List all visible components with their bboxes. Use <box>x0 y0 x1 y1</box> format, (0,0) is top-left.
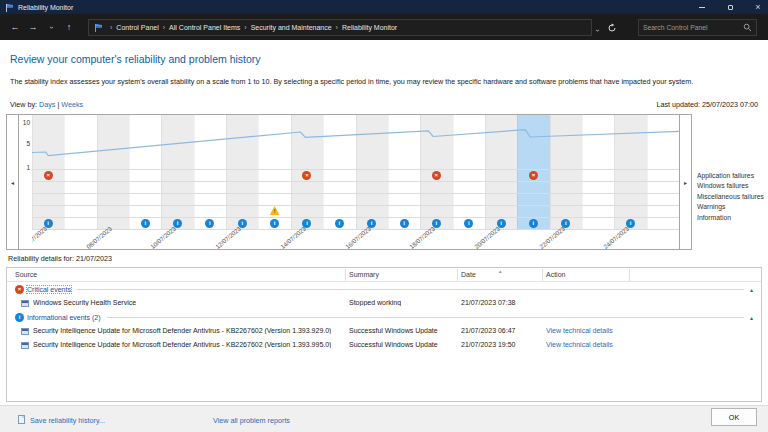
event-source: Security Intelligence Update for Microso… <box>33 341 331 348</box>
information-event-icon[interactable]: i <box>400 219 409 228</box>
critical-event-icon[interactable]: × <box>529 171 538 180</box>
event-summary: Stopped working <box>349 299 401 306</box>
restore-button[interactable] <box>716 0 744 14</box>
chart-gridline <box>32 229 679 230</box>
column-header-action[interactable]: Action <box>546 271 565 278</box>
save-history-icon <box>18 415 25 424</box>
column-header-summary[interactable]: Summary <box>349 271 379 278</box>
footer-bar: Save reliability history... View all pro… <box>0 405 768 432</box>
event-row[interactable]: Security Intelligence Update for Microso… <box>7 338 761 352</box>
application-window-icon <box>21 328 29 335</box>
recent-locations-button[interactable]: › <box>42 22 60 32</box>
chart-gridline <box>32 193 679 194</box>
up-button[interactable]: ↑ <box>60 22 78 32</box>
legend-row-label: Information <box>697 213 764 223</box>
information-event-icon[interactable]: i <box>270 219 279 228</box>
chart-gridline <box>32 205 679 206</box>
chart-scroll-left-button[interactable]: ◂ <box>7 115 19 249</box>
event-group-row[interactable]: iInformational events (2)▴ <box>7 310 761 324</box>
critical-event-icon[interactable]: × <box>432 171 441 180</box>
event-date: 21/07/2023 19:50 <box>461 341 516 348</box>
refresh-button[interactable] <box>607 23 617 33</box>
details-table-header: SourceSummaryDateAction▴ <box>7 268 761 282</box>
information-event-icon[interactable]: i <box>529 219 538 228</box>
y-axis-tick-label: 10 <box>23 119 30 126</box>
event-source: Security Intelligence Update for Microso… <box>33 327 331 334</box>
event-group-label: Informational events (2) <box>27 314 101 321</box>
column-header-source[interactable]: Source <box>15 271 37 278</box>
page-title: Review your computer's reliability and p… <box>10 53 261 65</box>
information-event-icon[interactable]: i <box>464 219 473 228</box>
y-axis-tick-label: 5 <box>26 140 30 147</box>
title-bar: Reliability Monitor × <box>0 0 768 14</box>
address-flag-icon <box>94 23 103 32</box>
critical-group-icon: × <box>15 285 24 294</box>
minimize-button[interactable] <box>688 0 716 14</box>
information-event-icon[interactable]: i <box>335 219 344 228</box>
breadcrumb[interactable]: › Control Panel›All Control Panel Items›… <box>88 19 592 36</box>
chart-gridline <box>32 181 679 182</box>
critical-event-icon[interactable]: × <box>44 171 53 180</box>
legend-row-label: Miscellaneous failures <box>697 192 764 202</box>
ok-button[interactable]: OK <box>711 408 757 426</box>
view-technical-details-link[interactable]: View technical details <box>546 341 613 348</box>
event-group-row[interactable]: ×Critical events▴ <box>7 282 761 296</box>
legend-row-label: Windows failures <box>697 181 764 191</box>
back-button[interactable]: ← <box>6 22 24 32</box>
critical-event-icon[interactable]: × <box>302 171 311 180</box>
legend-row-label: Application failures <box>697 171 764 181</box>
navigation-bar: ← → › ↑ › Control Panel›All Control Pane… <box>0 14 768 40</box>
breadcrumb-item[interactable]: Reliability Monitor <box>342 24 397 31</box>
event-date: 21/07/2023 06:47 <box>461 327 516 334</box>
application-window-icon <box>21 342 29 349</box>
breadcrumb-item[interactable]: All Control Panel Items <box>169 24 240 31</box>
app-flag-icon <box>5 3 14 12</box>
info-group-icon: i <box>15 313 24 322</box>
information-event-icon[interactable]: i <box>141 219 150 228</box>
warning-event-icon[interactable]: ! <box>270 206 280 215</box>
close-button[interactable]: × <box>744 0 768 14</box>
information-event-icon[interactable]: i <box>205 219 214 228</box>
stability-index-line <box>32 115 679 169</box>
sort-ascending-icon: ▴ <box>499 268 502 274</box>
breadcrumb-separator-icon: › <box>244 24 246 31</box>
chart-scroll-right-button[interactable]: ▸ <box>679 115 691 249</box>
group-leader-line <box>77 289 744 290</box>
event-summary: Successful Windows Update <box>349 341 438 348</box>
search-icon[interactable] <box>743 23 752 32</box>
chart-y-axis: 1051 <box>19 115 32 169</box>
search-box[interactable] <box>638 19 757 36</box>
view-by-label: View by: <box>10 100 37 109</box>
view-technical-details-link[interactable]: View technical details <box>546 327 613 334</box>
event-source: Windows Security Health Service <box>33 299 136 306</box>
event-date: 21/07/2023 07:38 <box>461 299 516 306</box>
y-axis-tick-label: 1 <box>26 164 30 171</box>
breadcrumb-item[interactable]: Control Panel <box>116 24 158 31</box>
event-row[interactable]: Security Intelligence Update for Microso… <box>7 324 761 338</box>
application-window-icon <box>21 300 29 307</box>
view-days-link[interactable]: Days <box>39 100 55 109</box>
breadcrumb-separator-icon: › <box>163 24 165 31</box>
chart-gridline <box>32 217 679 218</box>
address-dropdown-button[interactable]: › <box>596 19 599 37</box>
details-table: SourceSummaryDateAction▴ ×Critical event… <box>6 267 762 402</box>
column-separator <box>345 269 346 281</box>
chart-plot-area: ××××!iiiiiiiiiiiiiiii06/07/202308/07/202… <box>32 115 679 249</box>
save-reliability-history-link[interactable]: Save reliability history... <box>30 416 105 425</box>
last-updated-label: Last updated: 25/07/2023 07:00 <box>656 100 758 109</box>
view-weeks-link[interactable]: Weeks <box>61 100 83 109</box>
search-input[interactable] <box>639 24 743 31</box>
chart-row-legend: Application failuresWindows failuresMisc… <box>697 171 764 223</box>
column-header-date[interactable]: Date <box>461 271 476 278</box>
view-all-problem-reports-link[interactable]: View all problem reports <box>213 416 290 425</box>
forward-button[interactable]: → <box>24 22 42 32</box>
event-group-label: Critical events <box>27 286 71 293</box>
collapse-group-icon[interactable]: ▴ <box>750 314 753 321</box>
breadcrumb-item[interactable]: Security and Maintenance <box>251 24 332 31</box>
page-description: The stability index assesses your system… <box>10 77 760 86</box>
collapse-group-icon[interactable]: ▴ <box>750 286 753 293</box>
event-row[interactable]: Windows Security Health ServiceStopped w… <box>7 296 761 310</box>
window-title: Reliability Monitor <box>18 4 73 11</box>
column-separator <box>542 269 543 281</box>
stability-chart: ◂ 1051 ××××!iiiiiiiiiiiiiiii06/07/202308… <box>6 114 692 250</box>
